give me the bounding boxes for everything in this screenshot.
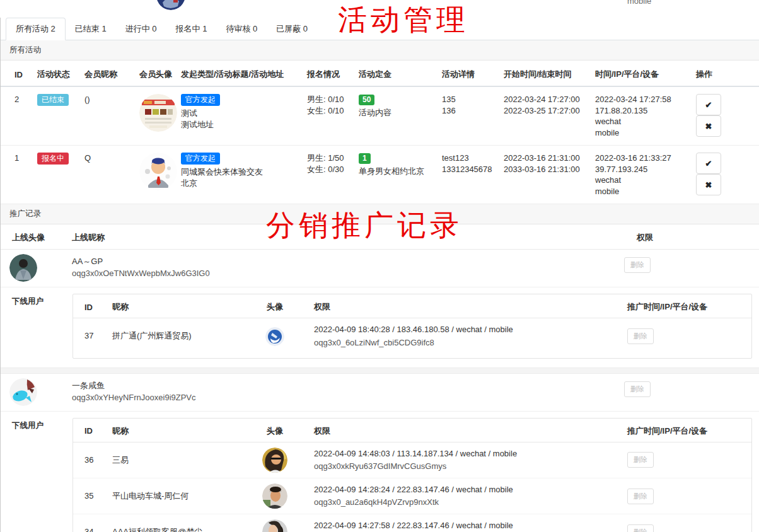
downline-avatar — [262, 519, 287, 532]
downline-openid: oqg3x0xkRyu637GdIMrvCGusGmys — [314, 460, 617, 473]
col-operations: 操作 — [691, 61, 759, 86]
col-nickname: 昵称 — [107, 419, 241, 442]
upline-nickname: AA～GP — [72, 256, 624, 268]
end-time: 2033-03-16 21:31:00 — [504, 164, 585, 175]
promotion-section-bar: 推广记录 — [1, 204, 759, 224]
device: mobile — [595, 127, 686, 139]
activity-detail-2: 136 — [442, 105, 494, 117]
col-details: 活动详情 — [437, 61, 499, 86]
activity-id: 1 — [1, 146, 32, 204]
tab-all-activities[interactable]: 所有活动 2 — [6, 18, 66, 40]
upline-openid: oqg3x0xOeTNtWxWepbMxJw6G3IG0 — [72, 268, 624, 280]
tab-blocked[interactable]: 已屏蔽 0 — [267, 18, 317, 40]
start-time: 2022-03-24 17:27:00 — [504, 94, 585, 105]
downline-nickname: AAA福利领取客服@梦尘 — [107, 514, 241, 532]
activities-section-bar: 所有活动 — [1, 40, 759, 61]
promotion-header-row: 上线头像 上线昵称 权限 — [1, 224, 759, 250]
col-status: 活动状态 — [32, 61, 79, 86]
activity-title: 测试 — [181, 108, 297, 119]
promoter-row: AA～GP oqg3x0xOeTNtWxWepbMxJw6G3IG0 删除 — [1, 250, 759, 287]
col-permission: 权限 — [624, 232, 759, 243]
activities-header-row: ID 活动状态 会员昵称 会员头像 发起类型/活动标题/活动地址 报名情况 活动… — [1, 61, 759, 86]
downline-card: ID 昵称 头像 权限 推广时间/IP/平台/设备 37 拼广通(广州辉通贸易)… — [72, 294, 752, 358]
deposit-badge: 50 — [359, 95, 374, 105]
downline-label: 下线用户 — [1, 415, 72, 532]
downline-row: 34 AAA福利领取客服@梦尘 2022-04-09 14:27:58 / 22… — [73, 514, 751, 532]
signup-female: 女生: 0/10 — [307, 105, 349, 117]
status-badge: 已结束 — [37, 94, 69, 106]
tab-pending[interactable]: 待审核 0 — [216, 18, 267, 40]
delete-button[interactable]: 删除 — [627, 328, 654, 344]
col-id: ID — [73, 419, 107, 442]
col-id: ID — [73, 294, 107, 318]
downline-table: ID 昵称 头像 权限 推广时间/IP/平台/设备 37 拼广通(广州辉通贸易)… — [73, 294, 751, 354]
signup-female: 女生: 0/30 — [307, 164, 349, 175]
approve-button[interactable]: ✔ — [696, 153, 721, 174]
delete-button[interactable]: 删除 — [627, 524, 654, 532]
downline-label: 下线用户 — [1, 291, 72, 358]
col-avatar: 会员头像 — [134, 61, 176, 86]
activity-detail-1: test123 — [442, 153, 494, 164]
activity-id: 2 — [1, 86, 32, 146]
downline-section: 下线用户 ID 昵称 头像 权限 推广时间/IP/平台/设备 37 拼 — [1, 287, 759, 367]
device: mobile — [595, 186, 686, 197]
deposit-desc: 活动内容 — [359, 107, 432, 119]
reject-button[interactable]: ✖ — [696, 174, 721, 195]
created-time: 2022-03-16 21:33:27 — [595, 153, 686, 164]
activities-table: ID 活动状态 会员昵称 会员头像 发起类型/活动标题/活动地址 报名情况 活动… — [1, 61, 759, 204]
start-time: 2022-03-16 21:31:00 — [504, 153, 585, 164]
launch-type-badge: 官方发起 — [181, 153, 220, 165]
ip-address: 171.88.20.135 — [595, 105, 686, 117]
upline-avatar — [9, 378, 37, 406]
delete-button[interactable]: 删除 — [624, 257, 651, 273]
upline-openid: oqg3x0xYHeyNFrnJooxei9i9ZPVc — [72, 392, 624, 404]
activity-tabs: 所有活动 2 已结束 1 进行中 0 报名中 1 待审核 0 已屏蔽 0 — [1, 18, 759, 40]
launch-type-badge: 官方发起 — [181, 94, 220, 106]
delete-button[interactable]: 删除 — [627, 452, 654, 468]
col-nickname: 昵称 — [107, 294, 241, 318]
ip-address: 39.77.193.245 — [595, 164, 686, 175]
downline-header-row: ID 昵称 头像 权限 推广时间/IP/平台/设备 — [73, 419, 751, 442]
tab-signup[interactable]: 报名中 1 — [166, 18, 217, 40]
member-nickname: () — [79, 86, 134, 146]
signup-male: 男生: 0/10 — [307, 94, 349, 105]
promo-time-ip: 2022-04-09 14:28:24 / 222.83.147.46 / we… — [314, 483, 617, 496]
downline-avatar — [265, 327, 284, 346]
downline-row: 35 平山电动车城-周仁何 2022-04-09 14:28:24 / 222.… — [73, 478, 751, 514]
col-type-title-address: 发起类型/活动标题/活动地址 — [176, 61, 302, 86]
col-nickname: 会员昵称 — [79, 61, 134, 86]
col-start-end: 开始时间/结束时间 — [499, 61, 590, 86]
tab-in-progress[interactable]: 进行中 0 — [116, 18, 166, 40]
downline-table: ID 昵称 头像 权限 推广时间/IP/平台/设备 36 三易 2022-04-… — [73, 419, 751, 532]
col-permission: 权限 — [309, 294, 622, 318]
delete-button[interactable]: 删除 — [627, 489, 654, 504]
downline-openid: oqg3x0_au2a6qkH4pVZrvp9nxXtk — [314, 496, 617, 509]
activity-row: 2 已结束 () 官方发起 测试 测试地址 男生: 0/10 女生: 0/10 … — [1, 86, 759, 146]
downline-card: ID 昵称 头像 权限 推广时间/IP/平台/设备 36 三易 2022-04-… — [72, 418, 752, 532]
col-id: ID — [1, 61, 32, 86]
created-time: 2022-03-24 17:27:58 — [595, 94, 686, 105]
col-promo-time: 推广时间/IP/平台/设备 — [622, 419, 751, 442]
col-time-ip: 时间/IP/平台/设备 — [590, 61, 691, 86]
downline-openid: oqg3x0_6oLziNwf_cbi5CDG9ifc8 — [314, 337, 617, 349]
col-upline-nickname: 上线昵称 — [61, 232, 624, 243]
tab-ended[interactable]: 已结束 1 — [66, 18, 116, 40]
end-time: 2022-03-25 17:27:00 — [504, 105, 585, 117]
member-avatar — [139, 94, 177, 132]
col-upline-avatar: 上线头像 — [1, 232, 61, 243]
col-avatar: 头像 — [241, 294, 309, 318]
main-container: 所有活动 2 已结束 1 进行中 0 报名中 1 待审核 0 已屏蔽 0 所有活… — [0, 18, 759, 532]
downline-id: 36 — [73, 442, 107, 478]
deposit-badge: 1 — [359, 153, 371, 164]
col-signup: 报名情况 — [302, 61, 354, 86]
activity-detail-2: 13312345678 — [442, 164, 494, 175]
downline-header-row: ID 昵称 头像 权限 推广时间/IP/平台/设备 — [73, 294, 751, 318]
clipped-meta-text: mobile — [627, 0, 651, 6]
member-nickname: Q — [79, 146, 134, 204]
reject-button[interactable]: ✖ — [696, 115, 721, 137]
approve-button[interactable]: ✔ — [696, 94, 721, 115]
topbar: mobile — [0, 0, 759, 18]
activity-title: 同城聚会快来体验交友 — [181, 166, 297, 178]
activity-address: 北京 — [181, 178, 297, 189]
delete-button[interactable]: 删除 — [624, 381, 651, 397]
